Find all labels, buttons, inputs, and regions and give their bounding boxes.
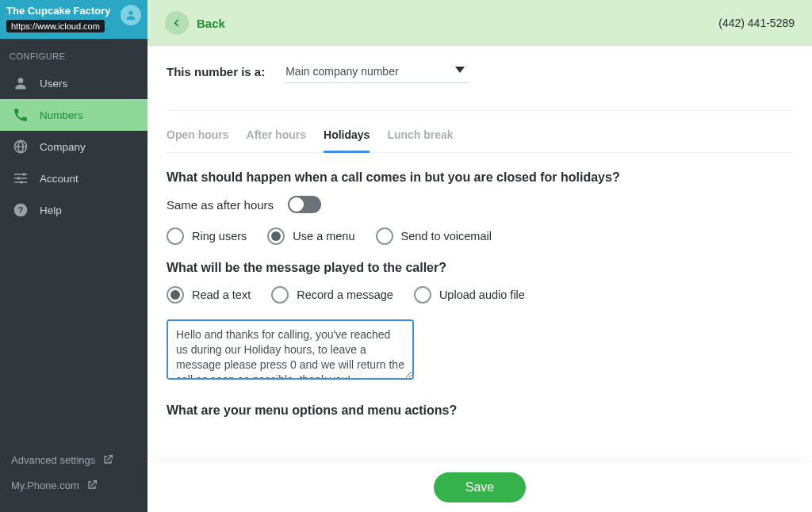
sidebar-item-label: Account [40, 173, 79, 185]
sidebar-nav: Users Numbers Company Account ? Help [0, 67, 147, 226]
question-menu-options: What are your menu options and menu acti… [167, 403, 793, 418]
tab-open-hours[interactable]: Open hours [167, 120, 229, 152]
radio-label: Ring users [192, 230, 247, 243]
sidebar-item-help[interactable]: ? Help [0, 194, 147, 226]
same-as-after-toggle[interactable] [288, 196, 321, 213]
caret-down-icon [455, 67, 465, 73]
radio-upload-audio[interactable]: Upload audio file [414, 286, 525, 304]
schedule-tabs: Open hours After hours Holidays Lunch br… [167, 120, 793, 153]
radio-label: Upload audio file [439, 288, 525, 301]
footer-link-label: My.Phone.com [11, 480, 79, 491]
sidebar-item-label: Help [40, 204, 62, 216]
back-button[interactable]: Back [165, 11, 225, 35]
user-icon [124, 9, 137, 21]
phone-number: (442) 441-5289 [718, 17, 795, 29]
globe-icon [13, 139, 29, 155]
radio-label: Read a text [192, 288, 251, 301]
svg-text:?: ? [18, 205, 24, 215]
greeting-text-input[interactable] [167, 319, 414, 380]
tab-after-hours[interactable]: After hours [247, 120, 306, 152]
radio-label: Send to voicemail [401, 230, 492, 243]
radio-use-menu[interactable]: Use a menu [267, 227, 354, 245]
radio-icon [376, 227, 393, 245]
topbar: Back (442) 441-5289 [147, 0, 812, 46]
radio-label: Use a menu [293, 230, 354, 243]
call-action-radio-group: Ring users Use a menu Send to voicemail [167, 227, 793, 245]
svg-point-4 [17, 177, 20, 179]
sliders-icon [13, 170, 29, 186]
myphone-link[interactable]: My.Phone.com [11, 472, 136, 498]
advanced-settings-link[interactable]: Advanced settings [11, 447, 136, 472]
number-type-value: Main company number [284, 60, 469, 83]
sidebar-item-label: Company [40, 141, 86, 153]
tab-lunch-break[interactable]: Lunch break [387, 120, 453, 152]
user-icon [13, 75, 29, 91]
chevron-left-icon [165, 11, 189, 35]
footer-link-label: Advanced settings [11, 454, 95, 466]
radio-label: Record a message [297, 288, 393, 301]
svg-point-3 [23, 173, 25, 175]
svg-point-5 [20, 181, 22, 183]
help-icon: ? [13, 202, 29, 218]
radio-icon [167, 286, 184, 304]
brand-url: https://www.icloud.com [6, 20, 105, 32]
radio-send-voicemail[interactable]: Send to voicemail [376, 227, 492, 245]
avatar[interactable] [121, 5, 141, 25]
sidebar-footer: Advanced settings My.Phone.com [0, 437, 147, 512]
main: Back (442) 441-5289 This number is a: Ma… [147, 0, 812, 512]
save-button[interactable]: Save [434, 472, 526, 502]
divider [167, 110, 793, 111]
sidebar-item-account[interactable]: Account [0, 162, 147, 194]
sidebar-section-label: CONFIGURE [0, 39, 147, 67]
sidebar-item-users[interactable]: Users [0, 67, 147, 99]
content: This number is a: Main company number Op… [147, 46, 812, 512]
question-message: What will be the message played to the c… [167, 261, 793, 275]
same-as-after-label: Same as after hours [167, 198, 274, 212]
sidebar-item-label: Numbers [40, 109, 83, 121]
back-label: Back [197, 17, 225, 30]
phone-icon [13, 107, 29, 123]
radio-icon [167, 227, 184, 245]
radio-icon [267, 227, 285, 245]
svg-point-0 [128, 11, 132, 15]
radio-ring-users[interactable]: Ring users [167, 227, 247, 245]
radio-record-message[interactable]: Record a message [271, 286, 393, 304]
question-call-action: What should happen when a call comes in … [167, 170, 793, 185]
message-type-radio-group: Read a text Record a message Upload audi… [167, 286, 793, 304]
radio-icon [271, 286, 289, 304]
external-link-icon [86, 479, 98, 491]
sidebar-item-numbers[interactable]: Numbers [0, 99, 147, 131]
external-link-icon [102, 453, 114, 466]
brand-bar: The Cupcake Factory https://www.icloud.c… [0, 0, 147, 39]
number-type-label: This number is a: [167, 65, 265, 78]
number-type-select[interactable]: Main company number [284, 60, 469, 83]
svg-point-1 [18, 78, 24, 83]
sidebar-item-label: Users [40, 78, 67, 90]
sidebar-item-company[interactable]: Company [0, 131, 147, 162]
save-bar: Save [147, 463, 812, 512]
radio-read-text[interactable]: Read a text [167, 286, 251, 304]
tab-holidays[interactable]: Holidays [324, 120, 370, 153]
sidebar: The Cupcake Factory https://www.icloud.c… [0, 0, 147, 512]
radio-icon [414, 286, 431, 304]
